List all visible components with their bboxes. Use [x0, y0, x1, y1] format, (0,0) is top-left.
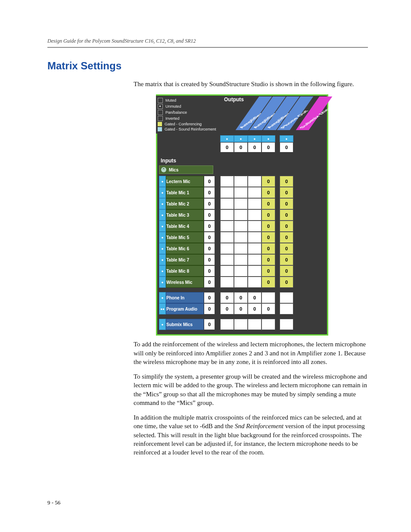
input-fader[interactable]: 0: [204, 221, 215, 232]
crosspoint[interactable]: 0: [234, 303, 248, 314]
output-port: ●: [248, 135, 262, 142]
crosspoint[interactable]: [220, 277, 234, 288]
crosspoint[interactable]: [248, 187, 262, 198]
input-name[interactable]: Table Mic 4: [166, 221, 204, 232]
crosspoint[interactable]: 0: [280, 277, 293, 288]
crosspoint[interactable]: 0: [262, 198, 275, 209]
crosspoint[interactable]: [248, 254, 262, 265]
crosspoint[interactable]: [220, 265, 234, 277]
crosspoint[interactable]: [248, 277, 262, 288]
crosspoint[interactable]: 0: [262, 187, 275, 198]
input-fader[interactable]: 0: [204, 232, 215, 243]
crosspoint[interactable]: [220, 198, 234, 209]
input-name[interactable]: Table Mic 2: [166, 198, 204, 209]
crosspoint[interactable]: 0: [262, 232, 275, 243]
output-fader[interactable]: 0: [234, 142, 248, 152]
crosspoint[interactable]: 0: [262, 221, 275, 232]
input-fader[interactable]: 0: [204, 265, 215, 277]
input-fader[interactable]: 0: [204, 209, 215, 221]
crosspoint[interactable]: [234, 187, 248, 198]
crosspoint[interactable]: [234, 254, 248, 265]
crosspoint[interactable]: [220, 176, 234, 187]
crosspoint[interactable]: 0: [262, 303, 275, 314]
crosspoint[interactable]: [280, 319, 293, 330]
output-fader[interactable]: 0: [248, 142, 262, 152]
input-name[interactable]: Program Audio: [166, 303, 204, 314]
input-name[interactable]: Table Mic 3: [166, 209, 204, 221]
input-fader[interactable]: 0: [204, 243, 215, 254]
crosspoint[interactable]: 0: [262, 277, 275, 288]
crosspoint[interactable]: [262, 292, 275, 303]
crosspoint[interactable]: [248, 221, 262, 232]
collapse-icon[interactable]: ⌃: [161, 167, 166, 172]
crosspoint[interactable]: 0: [248, 292, 262, 303]
crosspoint[interactable]: [220, 232, 234, 243]
input-port-icon: ●: [159, 319, 166, 330]
input-name[interactable]: Table Mic 6: [166, 243, 204, 254]
crosspoint[interactable]: 0: [280, 198, 293, 209]
crosspoint[interactable]: 0: [262, 176, 275, 187]
crosspoint[interactable]: [220, 254, 234, 265]
crosspoint[interactable]: 0: [280, 232, 293, 243]
input-fader[interactable]: 0: [204, 176, 215, 187]
crosspoint[interactable]: [262, 319, 275, 330]
crosspoint[interactable]: [248, 232, 262, 243]
crosspoint[interactable]: [234, 198, 248, 209]
crosspoint[interactable]: 0: [280, 187, 293, 198]
crosspoint[interactable]: [248, 319, 262, 330]
crosspoint[interactable]: 0: [262, 209, 275, 221]
crosspoint[interactable]: [234, 221, 248, 232]
crosspoint[interactable]: 0: [280, 254, 293, 265]
output-fader[interactable]: 0: [262, 142, 275, 152]
crosspoint[interactable]: 0: [262, 243, 275, 254]
crosspoint[interactable]: 0: [280, 243, 293, 254]
crosspoint[interactable]: [248, 176, 262, 187]
crosspoint[interactable]: [234, 319, 248, 330]
input-name[interactable]: Submix Mics: [166, 319, 204, 330]
crosspoint[interactable]: [234, 176, 248, 187]
crosspoint[interactable]: 0: [262, 254, 275, 265]
input-fader[interactable]: 0: [204, 187, 215, 198]
crosspoint[interactable]: 0: [248, 303, 262, 314]
input-name[interactable]: Phone In: [166, 292, 204, 303]
crosspoint[interactable]: 0: [262, 265, 275, 277]
input-name[interactable]: Table Mic 7: [166, 254, 204, 265]
crosspoint[interactable]: 0: [220, 303, 234, 314]
crosspoint[interactable]: 0: [234, 292, 248, 303]
input-name[interactable]: Table Mic 8: [166, 265, 204, 277]
input-fader[interactable]: 0: [204, 303, 215, 314]
mics-group-header[interactable]: ⌃ Mics: [159, 165, 213, 174]
input-fader[interactable]: 0: [204, 292, 215, 303]
crosspoint[interactable]: 0: [280, 265, 293, 277]
output-fader[interactable]: 0: [220, 142, 234, 152]
crosspoint[interactable]: [248, 198, 262, 209]
crosspoint[interactable]: [220, 319, 234, 330]
input-name[interactable]: Lectern Mic: [166, 176, 204, 187]
output-fader[interactable]: 0: [280, 142, 293, 152]
crosspoint[interactable]: 0: [280, 176, 293, 187]
crosspoint[interactable]: [234, 277, 248, 288]
input-name[interactable]: Table Mic 5: [166, 232, 204, 243]
crosspoint[interactable]: [220, 187, 234, 198]
crosspoint[interactable]: [280, 303, 293, 314]
crosspoint[interactable]: [248, 209, 262, 221]
crosspoint[interactable]: 0: [220, 292, 234, 303]
input-fader[interactable]: 0: [204, 319, 215, 330]
crosspoint[interactable]: [280, 292, 293, 303]
crosspoint[interactable]: [220, 209, 234, 221]
crosspoint[interactable]: [248, 243, 262, 254]
input-name[interactable]: Table Mic 1: [166, 187, 204, 198]
crosspoint[interactable]: 0: [280, 209, 293, 221]
input-fader[interactable]: 0: [204, 198, 215, 209]
input-fader[interactable]: 0: [204, 277, 215, 288]
crosspoint[interactable]: [248, 265, 262, 277]
crosspoint[interactable]: [234, 243, 248, 254]
input-fader[interactable]: 0: [204, 254, 215, 265]
crosspoint[interactable]: [234, 232, 248, 243]
crosspoint[interactable]: [234, 209, 248, 221]
crosspoint[interactable]: [234, 265, 248, 277]
crosspoint[interactable]: 0: [280, 221, 293, 232]
crosspoint[interactable]: [220, 243, 234, 254]
crosspoint[interactable]: [220, 221, 234, 232]
input-name[interactable]: Wireless Mic: [166, 277, 204, 288]
